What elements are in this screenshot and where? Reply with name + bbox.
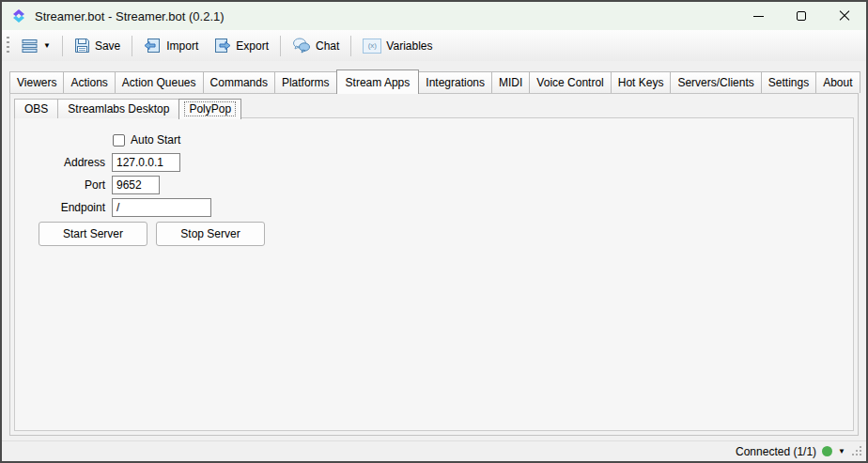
variables-button[interactable]: (x) Variables [356,35,439,57]
tab-polypop[interactable]: PolyPop [178,99,241,119]
maximize-button[interactable] [780,2,823,30]
connection-caret-icon[interactable]: ▼ [838,448,845,455]
minimize-button[interactable] [736,2,780,30]
address-input[interactable] [112,153,180,172]
toolbar-separator [132,36,132,56]
port-input[interactable] [112,176,160,194]
app-window: Streamer.bot - Streamer.bot (0.2.1) ▼ [0,0,868,463]
import-label: Import [166,39,198,53]
tab-hot-keys[interactable]: Hot Keys [611,71,672,93]
tab-servers-clients[interactable]: Servers/Clients [670,71,761,93]
variables-icon: (x) [363,39,381,54]
start-server-button[interactable]: Start Server [39,222,147,246]
menu-icon [22,39,39,54]
address-row: Address [15,153,180,172]
main-area: Viewers Actions Action Queues Commands P… [2,61,866,440]
variables-label: Variables [386,39,432,53]
statusbar: Connected (1/1) ▼ [2,440,866,461]
auto-start-checkbox[interactable] [113,134,125,147]
tab-voice-control[interactable]: Voice Control [529,71,611,93]
tab-viewers[interactable]: Viewers [9,71,64,93]
minimize-icon [753,16,764,17]
tab-actions[interactable]: Actions [63,71,115,93]
toolbar-grip[interactable] [7,37,9,55]
stream-apps-tab-strip: OBS Streamlabs Desktop PolyPop [14,99,854,118]
app-logo-icon [11,8,26,23]
import-icon [144,38,162,54]
export-label: Export [236,39,269,53]
endpoint-input[interactable] [112,198,211,217]
tab-polypop-label: PolyPop [184,101,236,116]
tab-action-queues[interactable]: Action Queues [115,71,204,93]
tab-about[interactable]: About [815,71,860,93]
save-label: Save [95,39,120,53]
close-button[interactable] [823,2,866,30]
auto-start-row: Auto Start [113,133,180,147]
endpoint-row: Endpoint [15,198,211,217]
save-button[interactable]: Save [68,34,127,57]
tab-midi[interactable]: MIDI [491,71,530,93]
port-label: Port [15,178,105,192]
resize-grip-icon[interactable] [851,445,863,457]
window-controls [736,2,866,30]
chat-label: Chat [316,39,339,53]
tab-integrations[interactable]: Integrations [418,71,492,93]
tab-stream-apps[interactable]: Stream Apps [336,69,420,94]
tab-streamlabs-desktop[interactable]: Streamlabs Desktop [57,99,179,118]
chat-button[interactable]: Chat [286,34,346,57]
menu-button[interactable]: ▼ [15,35,57,57]
auto-start-label: Auto Start [131,133,180,147]
address-label: Address [15,156,105,169]
chat-icon [292,38,311,54]
endpoint-label: Endpoint [15,201,105,214]
toolbar: ▼ Save Import [2,30,866,61]
stream-apps-page: OBS Streamlabs Desktop PolyPop Auto Star… [9,93,859,436]
toolbar-separator [280,36,281,56]
connection-status-label: Connected (1/1) [736,445,816,458]
close-icon [839,10,850,22]
toolbar-separator [62,36,63,56]
stop-server-button[interactable]: Stop Server [156,222,265,246]
maximize-icon [797,11,806,21]
export-button[interactable]: Export [207,34,275,57]
tab-platforms[interactable]: Platforms [274,71,337,93]
titlebar: Streamer.bot - Streamer.bot (0.2.1) [2,2,866,30]
port-row: Port [15,176,160,194]
tab-settings[interactable]: Settings [761,71,816,93]
window-title: Streamer.bot - Streamer.bot (0.2.1) [35,9,225,23]
toolbar-separator [350,36,351,56]
import-button[interactable]: Import [137,34,205,57]
polypop-page: Auto Start Address Port Endpoint Start S… [14,117,854,431]
tab-commands[interactable]: Commands [203,71,275,93]
export-icon [213,38,231,54]
connection-status-dot [822,446,832,456]
main-tab-strip: Viewers Actions Action Queues Commands P… [9,69,859,93]
tab-obs[interactable]: OBS [14,99,58,118]
menu-caret-icon: ▼ [43,42,51,50]
save-icon [74,38,90,54]
